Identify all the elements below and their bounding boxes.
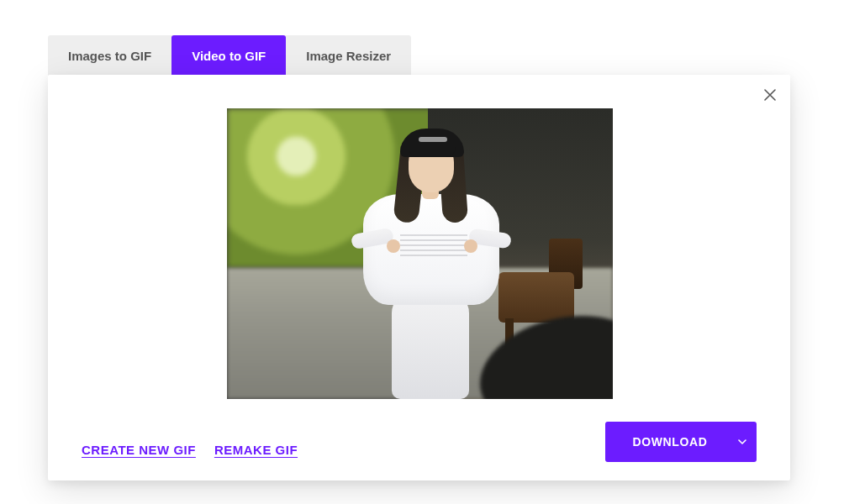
secondary-actions: CREATE NEW GIF REMAKE GIF: [82, 443, 298, 457]
tab-image-resizer[interactable]: Image Resizer: [286, 35, 411, 76]
tab-images-to-gif[interactable]: Images to GIF: [48, 35, 171, 76]
close-button[interactable]: [762, 87, 778, 103]
download-button[interactable]: DOWNLOAD: [605, 422, 757, 462]
remake-gif-link[interactable]: REMAKE GIF: [214, 443, 298, 457]
close-icon: [764, 89, 776, 101]
gif-preview: [227, 108, 613, 399]
download-label: DOWNLOAD: [605, 435, 728, 449]
tab-video-to-gif[interactable]: Video to GIF: [171, 35, 286, 76]
page: Images to GIF Video to GIF Image Resizer: [0, 0, 865, 504]
tab-label: Video to GIF: [192, 49, 266, 63]
result-modal: CREATE NEW GIF REMAKE GIF DOWNLOAD: [48, 75, 790, 480]
download-dropdown-toggle[interactable]: [728, 439, 757, 444]
create-new-gif-link[interactable]: CREATE NEW GIF: [82, 443, 196, 457]
chevron-down-icon: [738, 439, 746, 444]
tab-label: Images to GIF: [68, 49, 151, 63]
tab-bar: Images to GIF Video to GIF Image Resizer: [48, 35, 411, 76]
tab-label: Image Resizer: [306, 49, 391, 63]
gif-frame: [227, 108, 613, 399]
